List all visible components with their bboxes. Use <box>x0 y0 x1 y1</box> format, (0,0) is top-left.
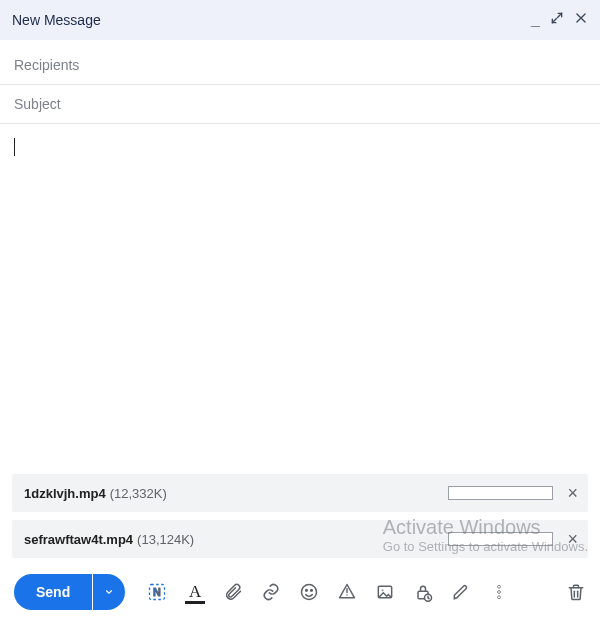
svg-point-3 <box>306 590 308 592</box>
svg-point-10 <box>498 585 501 588</box>
toolbar-icons: N A <box>147 582 509 602</box>
fullscreen-icon[interactable] <box>550 11 564 29</box>
attachment-size: (12,332K) <box>110 486 449 501</box>
message-body[interactable] <box>0 124 600 474</box>
text-format-icon[interactable]: A <box>185 582 205 602</box>
confidential-mode-icon[interactable] <box>413 582 433 602</box>
upload-progress <box>448 532 553 546</box>
close-icon[interactable] <box>574 11 588 29</box>
compose-window: New Message _ 1dzklvj <box>0 0 600 620</box>
svg-text:N: N <box>153 586 161 598</box>
upload-progress <box>448 486 553 500</box>
window-title: New Message <box>12 12 531 28</box>
insert-image-icon[interactable] <box>375 582 395 602</box>
send-button[interactable]: Send <box>14 574 92 610</box>
attach-file-icon[interactable] <box>223 582 243 602</box>
discard-draft-icon[interactable] <box>566 582 586 602</box>
send-button-group: Send <box>14 574 125 610</box>
subject-row <box>0 85 600 124</box>
recipients-input[interactable] <box>14 57 586 73</box>
chevron-down-icon <box>104 587 114 597</box>
insert-emoji-icon[interactable] <box>299 582 319 602</box>
recipients-row <box>0 40 600 85</box>
attachments-list: 1dzklvjh.mp4 (12,332K) × sefrawftaw4t.mp… <box>0 474 600 564</box>
svg-point-7 <box>382 589 384 591</box>
window-header: New Message _ <box>0 0 600 40</box>
compose-toolbar: Send N A <box>0 564 600 620</box>
svg-point-5 <box>346 594 348 596</box>
window-controls: _ <box>531 11 588 29</box>
remove-attachment-icon[interactable]: × <box>567 484 578 502</box>
formatting-icon[interactable]: N <box>147 582 167 602</box>
remove-attachment-icon[interactable]: × <box>567 530 578 548</box>
insert-drive-icon[interactable] <box>337 582 357 602</box>
svg-point-4 <box>311 590 313 592</box>
more-options-icon[interactable] <box>489 582 509 602</box>
send-options-button[interactable] <box>93 574 125 610</box>
attachment-name: 1dzklvjh.mp4 <box>24 486 106 501</box>
text-cursor <box>14 138 15 156</box>
attachment-name: sefrawftaw4t.mp4 <box>24 532 133 547</box>
insert-signature-icon[interactable] <box>451 582 471 602</box>
attachment-chip: sefrawftaw4t.mp4 (13,124K) × <box>12 520 588 558</box>
insert-link-icon[interactable] <box>261 582 281 602</box>
svg-point-11 <box>498 591 501 594</box>
svg-point-12 <box>498 596 501 599</box>
subject-input[interactable] <box>14 96 586 112</box>
svg-point-2 <box>302 585 317 600</box>
attachment-size: (13,124K) <box>137 532 448 547</box>
attachment-chip: 1dzklvjh.mp4 (12,332K) × <box>12 474 588 512</box>
